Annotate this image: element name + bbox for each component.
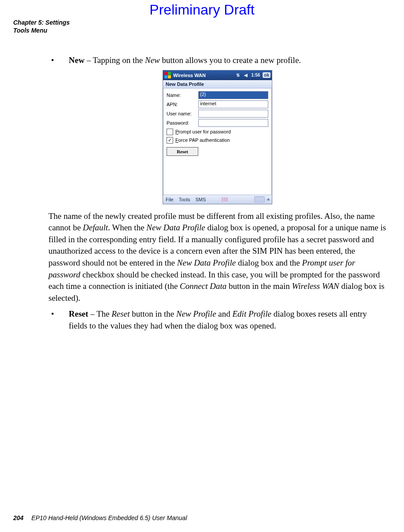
explanatory-paragraph: The name of the newly created profile mu… [48, 211, 386, 304]
page-number: 204 [13, 514, 23, 521]
label-name: Name: [167, 92, 198, 98]
volume-icon: ◀ [242, 73, 250, 78]
section-line: Tools Menu [13, 27, 391, 35]
menu-tools[interactable]: Tools [176, 197, 193, 202]
label-username: User name: [167, 111, 198, 116]
bullet-frag: Tapping on the [93, 55, 145, 65]
bullet-italic: Edit Profile [233, 309, 271, 318]
para-italic: Default [83, 223, 108, 232]
label-password: Password: [167, 120, 198, 126]
menu-up-icon[interactable] [267, 198, 270, 200]
running-header: Chapter 5: Settings Tools Menu [13, 19, 391, 34]
document-page: Preliminary Draft Chapter 5: Settings To… [0, 2, 404, 532]
dialog-titlebar: Wireless WAN ⇅ ◀ 1:56 ok [163, 70, 272, 80]
para-frag: dialog box and the [236, 258, 302, 267]
bullet-label: Reset [69, 309, 88, 318]
input-name[interactable]: (2) [198, 91, 268, 99]
menu-file[interactable]: File [163, 197, 176, 202]
para-italic: Connect Data [180, 281, 226, 291]
checkbox-force-row[interactable]: ✓ Force PAP authentication [167, 137, 268, 144]
bullet-marker: • [48, 55, 69, 66]
bullet-frag: – The [88, 309, 111, 318]
dialog-new-data-profile: Wireless WAN ⇅ ◀ 1:56 ok New Data Profil… [163, 70, 272, 204]
input-username[interactable] [198, 110, 268, 118]
bullet-italic: New Profile [176, 309, 216, 318]
para-frag: button in the main [226, 281, 292, 291]
start-flag-icon[interactable] [164, 72, 171, 79]
label-apn: APN: [167, 102, 198, 107]
bullet-frag: and [216, 309, 233, 318]
dialog-menubar: File Tools SMS [163, 195, 272, 204]
menu-sms[interactable]: SMS [193, 197, 208, 202]
bullet-new: • New – Tapping on the New button allows… [48, 55, 386, 66]
bullet-frag: button in the [130, 309, 176, 318]
bullet-frag: button allows you to create a new profil… [160, 55, 301, 65]
checkbox-force[interactable]: ✓ [167, 137, 173, 144]
main-content: • New – Tapping on the New button allows… [48, 55, 386, 332]
bullet-dash: – [85, 55, 93, 65]
manual-title: EP10 Hand-Held (Windows Embedded 6.5) Us… [31, 514, 187, 521]
bullet-text: Reset – The Reset button in the New Prof… [69, 308, 386, 332]
checkbox-prompt[interactable] [167, 129, 173, 135]
bullet-italic: New [145, 55, 160, 65]
bullet-label: New [69, 55, 85, 65]
para-italic: New Data Profile [177, 258, 236, 267]
checkbox-prompt-row[interactable]: Prompt user for password [167, 129, 268, 135]
dialog-subtitle: New Data Profile [163, 80, 272, 89]
keyboard-icon[interactable] [254, 196, 265, 203]
para-frag: . When the [108, 223, 146, 232]
para-italic: Wireless WAN [292, 281, 339, 291]
dialog-title: Wireless WAN [173, 73, 206, 78]
dialog-form: Name: (2) APN: internet User name: Passw… [163, 89, 272, 195]
signal-icon: ⇅ [234, 73, 242, 78]
page-footer: 204EP10 Hand-Held (Windows Embedded 6.5)… [13, 514, 187, 521]
checkbox-prompt-label: Prompt user for password [175, 129, 231, 134]
chapter-line: Chapter 5: Settings [13, 19, 391, 27]
reset-button[interactable]: Reset [167, 147, 198, 156]
para-italic: New Data Profile [146, 223, 205, 232]
checkbox-force-label: Force PAP authentication [175, 137, 230, 143]
signal-bars-icon [222, 197, 228, 202]
input-password[interactable] [198, 119, 268, 127]
draft-watermark: Preliminary Draft [13, 2, 391, 18]
clock-time: 1:56 [250, 73, 261, 78]
bullet-italic: Reset [111, 309, 130, 318]
input-apn[interactable]: internet [198, 100, 268, 108]
ok-button[interactable]: ok [263, 72, 271, 78]
bullet-reset: • Reset – The Reset button in the New Pr… [48, 308, 386, 332]
bullet-marker: • [48, 308, 69, 332]
bullet-text: New – Tapping on the New button allows y… [69, 55, 386, 66]
